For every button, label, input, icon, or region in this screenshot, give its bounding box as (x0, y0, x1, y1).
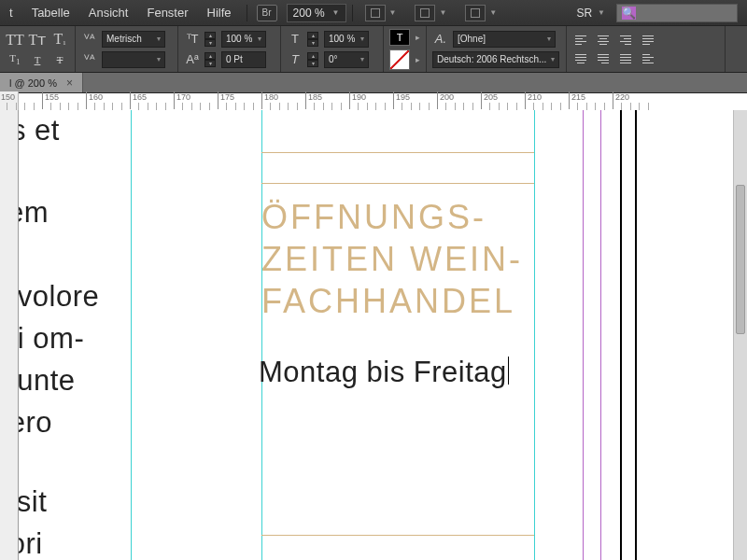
ruler-minor-tick (516, 103, 517, 110)
ruler-label: 220 (615, 92, 629, 102)
baseline-stepper[interactable]: ▴▾ (204, 52, 216, 67)
hscale-field[interactable]: 100 % ▾ (324, 31, 369, 48)
ruler-label: 180 (264, 92, 278, 102)
chevron-down-icon: ▾ (253, 35, 261, 43)
align-spine-button[interactable] (640, 51, 656, 66)
body-text: em (19, 192, 49, 232)
ruler-minor-tick (7, 103, 7, 110)
zoom-level-field[interactable]: 200 % ▼ (287, 4, 346, 22)
document-tab[interactable]: l @ 200 % × (0, 73, 83, 92)
view-options-button[interactable]: ▼ (361, 5, 406, 21)
strikethrough-button[interactable]: T (50, 55, 69, 65)
menu-hilfe[interactable]: Hilfe (198, 0, 241, 25)
underline-button[interactable]: T (28, 55, 47, 65)
canvas[interactable]: natis et em n volore nti om- andunte ace… (19, 110, 747, 560)
tracking-field[interactable]: ▾ (102, 51, 165, 68)
ruler-minor-tick (253, 103, 254, 110)
vscale-stepper[interactable]: ▴▾ (204, 32, 216, 47)
control-panel: TT Tᴛ T¹ T1 T T ⱽᴬ Metrisch ▾ ⱽᴬ ▾ (0, 26, 747, 73)
ruler-major-tick: 185 (305, 91, 306, 109)
justify-left-button[interactable] (640, 33, 656, 48)
kerning-field[interactable]: Metrisch ▾ (102, 31, 165, 48)
heading-text: ÖFFNUNGS- (261, 196, 486, 238)
scrollbar-vertical[interactable] (733, 110, 747, 560)
chevron-down-icon: ▾ (152, 35, 161, 43)
editing-text-line[interactable]: Montag bis Freitag (259, 352, 509, 392)
justify-right-button[interactable] (595, 51, 612, 66)
ruler-minor-tick (34, 103, 35, 110)
ruler-minor-tick (314, 103, 315, 110)
arrange-docs-button[interactable]: ▼ (461, 5, 506, 21)
ruler-vertical[interactable] (0, 110, 19, 560)
ruler-minor-tick (288, 103, 289, 110)
align-left-button[interactable] (572, 33, 589, 48)
ruler-minor-tick (68, 103, 69, 110)
chevron-down-icon: ▾ (356, 35, 364, 43)
editing-text-value: Montag bis Freitag (259, 356, 507, 388)
vscale-icon: ᵀT (184, 32, 201, 47)
ruler-minor-tick (341, 103, 342, 110)
hscale-icon: T (287, 32, 303, 47)
ruler-minor-tick (639, 103, 640, 110)
justify-center-button[interactable] (572, 51, 589, 66)
document-tab-strip: l @ 200 % × (0, 73, 747, 93)
scrollbar-thumb[interactable] (736, 185, 745, 334)
char-style-field[interactable]: [Ohne] ▾ (453, 31, 556, 48)
menu-tabelle[interactable]: Tabelle (22, 0, 79, 25)
ruler-minor-tick (16, 103, 17, 110)
ruler-minor-tick (209, 103, 210, 110)
margin-guide[interactable] (600, 110, 601, 560)
justify-all-button[interactable] (617, 51, 634, 66)
screen-icon (415, 5, 435, 21)
column-guide[interactable] (261, 110, 262, 560)
column-guide[interactable] (131, 110, 132, 560)
skew-field[interactable]: 0° ▾ (324, 51, 369, 68)
text-caret (508, 357, 509, 385)
column-guide[interactable] (534, 110, 535, 560)
hscale-group: T ▴▾ 100 % ▾ T ▴▾ 0° ▾ (281, 26, 384, 72)
stroke-color-button[interactable] (389, 49, 410, 70)
ruler-minor-tick (121, 103, 122, 110)
ruler-minor-tick (331, 103, 332, 110)
ruler-minor-tick (621, 103, 622, 110)
subscript-button[interactable]: T1 (6, 53, 24, 66)
allcaps-button[interactable]: TT (6, 33, 24, 48)
kerning-icon: ⱽᴬ (81, 32, 98, 47)
fill-color-button[interactable]: T (389, 29, 410, 46)
baseline-field[interactable]: 0 Pt (221, 51, 266, 68)
chevron-right-icon: ▸ (416, 55, 420, 64)
ruler-minor-tick (472, 103, 473, 110)
menu-truncated[interactable]: t (0, 0, 22, 25)
bridge-icon[interactable]: Br (257, 5, 277, 21)
smallcaps-button[interactable]: Tᴛ (28, 33, 47, 48)
skew-value: 0° (329, 54, 338, 64)
scale-group: ᵀT ▴▾ 100 % ▾ Aª ▴▾ 0 Pt (178, 26, 281, 72)
tracking-icon: ⱽᴬ (81, 52, 98, 67)
align-right-button[interactable] (617, 33, 634, 48)
search-field[interactable]: 🔍 (616, 4, 738, 22)
heading-text: ZEITEN WEIN- (261, 238, 523, 280)
superscript-button[interactable]: T¹ (50, 32, 69, 49)
close-icon[interactable]: × (66, 77, 73, 90)
ruler-minor-tick (445, 103, 446, 110)
skew-stepper[interactable]: ▴▾ (307, 52, 318, 67)
kerning-value: Metrisch (106, 34, 142, 44)
margin-guide[interactable] (583, 110, 584, 560)
menu-fenster[interactable]: Fenster (137, 0, 197, 25)
hscale-value: 100 % (329, 34, 355, 44)
ruler-label: 165 (133, 92, 147, 102)
hscale-stepper[interactable]: ▴▾ (307, 32, 318, 47)
workspace-label[interactable]: SR (576, 7, 592, 20)
language-field[interactable]: Deutsch: 2006 Rechtsch... ▾ (432, 51, 559, 68)
chevron-down-icon: ▾ (543, 35, 551, 43)
align-center-button[interactable] (595, 33, 612, 48)
spread-gap (635, 110, 637, 560)
body-text: natis et (19, 110, 60, 150)
style-group: A. [Ohne] ▾ Deutsch: 2006 Rechtsch... ▾ (427, 26, 567, 72)
screen-mode-button[interactable]: ▼ (411, 5, 456, 21)
menu-bar: t Tabelle Ansicht Fenster Hilfe Br 200 %… (0, 0, 747, 26)
chevron-down-icon: ▾ (546, 55, 555, 63)
menu-ansicht[interactable]: Ansicht (79, 0, 138, 25)
kerning-group: ⱽᴬ Metrisch ▾ ⱽᴬ ▾ (76, 26, 178, 72)
vscale-field[interactable]: 100 % ▾ (221, 31, 266, 48)
